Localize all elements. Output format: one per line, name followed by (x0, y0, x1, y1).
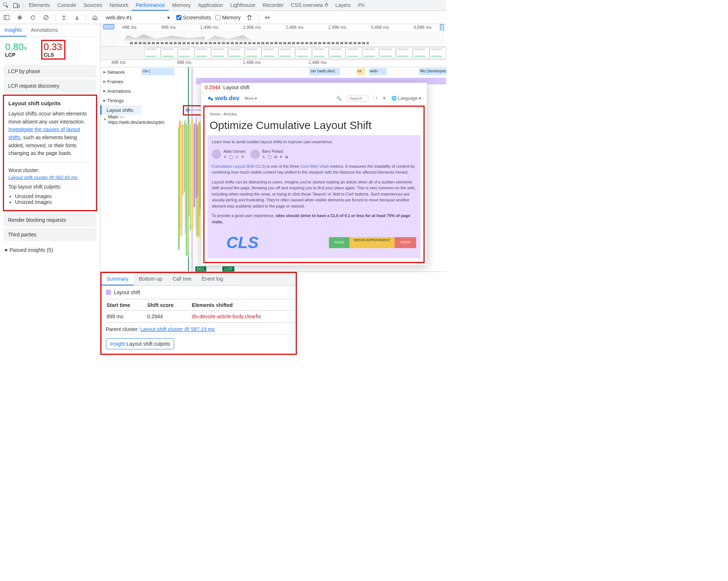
cls-scale-graphic: CLS GOOD NEEDS IMPROVEMENT POOR (212, 231, 416, 255)
filmstrip-thumb[interactable] (195, 47, 211, 59)
filmstrip-thumb[interactable] (178, 47, 194, 59)
filmstrip-thumb[interactable] (245, 47, 261, 59)
track-network[interactable]: ▶Network (100, 67, 141, 77)
parent-cluster-row: Parent cluster: Layout shift cluster @ 5… (101, 324, 296, 335)
tab-bottom-up[interactable]: Bottom-up (134, 273, 168, 285)
main-tab-layers[interactable]: Layers (332, 0, 355, 11)
upload-icon[interactable] (60, 13, 68, 22)
insight-chip[interactable]: InsightLayout shift culprits (106, 338, 174, 349)
filmstrip-thumb[interactable] (346, 47, 362, 59)
worst-cluster-link[interactable]: Layout shift cluster @ 582.83 ms (8, 175, 78, 180)
accordion-lcp-discovery[interactable]: LCP request discovery (4, 79, 96, 92)
accordion-render-blocking[interactable]: Render blocking requests (4, 213, 96, 227)
trace-selector[interactable]: web.dev #1 ▾ (104, 15, 172, 20)
home-icon[interactable] (91, 13, 99, 22)
filmstrip-thumb[interactable] (161, 47, 177, 59)
device-toolbar-icon[interactable] (12, 1, 20, 10)
preview-title: Layout shift (223, 84, 250, 90)
divider (8, 162, 92, 162)
accordion-third-parties[interactable]: Third parties (4, 228, 96, 241)
overview-minimap[interactable]: 496 ms996 ms1,496 ms1,996 ms2,496 ms2,99… (100, 24, 446, 47)
filmstrip-thumb[interactable] (228, 47, 245, 59)
main-tab-elements[interactable]: Elements (25, 0, 54, 11)
main-tab-pri[interactable]: Pri (355, 0, 368, 11)
filmstrip-thumb[interactable] (396, 47, 413, 59)
memory-label: Memory (222, 15, 241, 20)
cls-metric-highlighted[interactable]: 0.33 CLS (41, 40, 66, 60)
body-p3: To provide a good user experience, sites… (212, 213, 416, 225)
flame-chart[interactable]: ▶Network ▶Frames ▶Animations ▶Timings La… (100, 67, 446, 272)
screenshots-checkbox[interactable]: Screenshots (176, 15, 211, 20)
dcl-marker[interactable]: DCL (195, 266, 206, 271)
clear-icon[interactable] (42, 13, 50, 22)
filmstrip-thumb[interactable] (430, 47, 446, 59)
filmstrip-thumb[interactable] (363, 47, 379, 59)
lead-text: Learn how to avoid sudden layout shifts … (212, 139, 416, 145)
val-element-link[interactable]: div.devsite-article-body.clearfix (192, 311, 295, 322)
layout-shift-preview-card: 0.2944 Layout shift web.dev More ▾ 🔍 Sea… (201, 83, 427, 266)
flame-slice[interactable] (189, 121, 189, 217)
filmstrip[interactable] (100, 47, 446, 60)
gc-icon[interactable] (245, 13, 254, 22)
filmstrip-thumb[interactable] (295, 47, 312, 59)
lcp-marker[interactable]: LCP (222, 266, 234, 271)
filmstrip-thumb[interactable] (379, 47, 396, 59)
main-tab-memory[interactable]: Memory (169, 0, 195, 11)
filmstrip-thumb[interactable] (329, 47, 345, 59)
main-tab-console[interactable]: Console (54, 0, 80, 11)
download-icon[interactable] (73, 13, 81, 22)
filmstrip-thumb[interactable] (262, 47, 278, 59)
timeline-ruler: 496 ms996 ms1,496 ms2,496 ms (100, 60, 446, 67)
network-request[interactable]: ce (357, 68, 365, 75)
screenshots-input[interactable] (176, 15, 181, 20)
main-tab-performance[interactable]: Performance (132, 0, 168, 11)
network-request[interactable]: ser (web.dev) (309, 68, 340, 75)
track-main[interactable]: ▼Main — https://web.dev/articles/optim (100, 115, 141, 124)
tab-summary[interactable]: Summary (101, 273, 134, 285)
filmstrip-thumb[interactable] (211, 47, 228, 59)
memory-checkbox[interactable]: Memory (215, 15, 241, 20)
details-highlight-box: Summary Bottom-up Call tree Event log La… (100, 272, 297, 355)
filmstrip-thumb[interactable] (144, 47, 161, 59)
track-timings[interactable]: ▶Timings (100, 96, 141, 105)
inspect-icon[interactable] (2, 1, 10, 10)
tab-annotations[interactable]: Annotations (26, 24, 62, 37)
record-icon[interactable] (15, 13, 24, 22)
body-p2: Layout shifts can be distracting to user… (212, 179, 416, 209)
main-tab-css-overview-[interactable]: CSS overview ⥀ (287, 0, 332, 11)
main-tab-sources[interactable]: Sources (80, 0, 106, 11)
tick: 1,996 ms (243, 25, 261, 30)
filmstrip-thumb[interactable] (312, 47, 329, 59)
tick: 2,496 ms (298, 60, 363, 67)
accordion-lcp-phase[interactable]: LCP by phase (4, 65, 96, 78)
preview-header: 0.2944 Layout shift (201, 83, 427, 92)
tab-call-tree[interactable]: Call tree (168, 273, 197, 285)
track-animations[interactable]: ▶Animations (100, 86, 141, 96)
main-tab-lighthouse[interactable]: Lighthouse (227, 0, 259, 11)
lcp-metric[interactable]: 0.80s LCP (5, 41, 27, 60)
filmstrip-thumb[interactable] (413, 47, 429, 59)
track-layout-shifts[interactable]: Layout shifts (100, 105, 141, 115)
network-request[interactable]: web- (369, 68, 387, 75)
trace-name: web.dev #1 (106, 15, 132, 20)
network-request[interactable]: file (developerprofiles- (419, 68, 446, 75)
divider (258, 14, 258, 21)
tab-event-log[interactable]: Event log (197, 273, 228, 285)
track-frames[interactable]: ▶Frames (100, 77, 141, 86)
toggle-panel-icon[interactable] (2, 13, 11, 22)
main-tab-network[interactable]: Network (106, 0, 132, 11)
tick: 3,496 ms (371, 25, 389, 30)
tab-insights[interactable]: Insights (0, 24, 26, 37)
passed-insights-toggle[interactable]: Passed insights (5) (0, 243, 100, 257)
parent-cluster-link[interactable]: Layout shift cluster @ 587.19 ms (140, 326, 215, 332)
tick: 3,996 ms (414, 25, 432, 30)
main-tab-application[interactable]: Application (194, 0, 227, 11)
filmstrip-thumb[interactable] (279, 47, 295, 59)
tick: 996 ms (166, 60, 232, 67)
reload-record-icon[interactable] (28, 13, 37, 22)
shortcuts-icon[interactable] (263, 13, 272, 22)
memory-input[interactable] (215, 15, 221, 20)
main-tab-recorder[interactable]: Recorder (259, 0, 287, 11)
network-request[interactable]: cls ( (141, 68, 174, 75)
flame-slice[interactable] (195, 122, 195, 227)
